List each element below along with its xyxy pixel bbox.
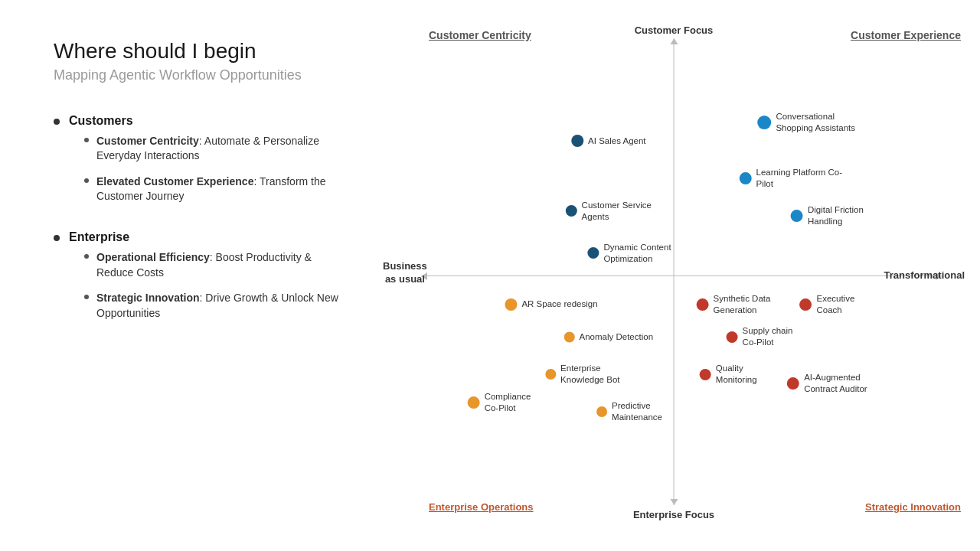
dot-icon bbox=[566, 205, 577, 217]
point-label: Learning Platform Co- Pilot bbox=[756, 167, 843, 190]
sub-item-bold: Elevated Customer Experience bbox=[96, 175, 253, 187]
list-item-customers: Customers Customer Centricity: Automate … bbox=[54, 114, 345, 215]
point-label: Digital Friction Handling bbox=[808, 204, 864, 227]
left-panel: Where should I begin Mapping Agentic Wor… bbox=[0, 0, 375, 551]
dot-icon bbox=[799, 298, 812, 311]
quadrant-customer-experience: Customer Experience bbox=[851, 29, 961, 41]
point-label: Dynamic Content Optimization bbox=[603, 242, 671, 265]
point-label: Executive Coach bbox=[816, 293, 854, 316]
point-label: Conversational Shopping Assistants bbox=[776, 111, 855, 134]
data-point-supply-chain: Supply chain Co-Pilot bbox=[727, 325, 793, 348]
sub-bullet-icon bbox=[84, 295, 89, 299]
data-point-digital-friction-handling: Digital Friction Handling bbox=[791, 204, 864, 227]
dot-icon bbox=[596, 406, 607, 417]
enterprise-label: Enterprise bbox=[69, 230, 345, 244]
data-point-ai-sales-agent: AI Sales Agent bbox=[571, 135, 645, 147]
dot-icon bbox=[727, 331, 738, 343]
sub-item-bold: Operational Efficiency bbox=[96, 251, 210, 263]
sub-item-operational-efficiency: Operational Efficiency: Boost Productivi… bbox=[84, 250, 345, 280]
bullet-icon bbox=[54, 235, 60, 241]
bullet-icon bbox=[54, 119, 60, 125]
data-point-ai-augmented: AI-Augmented Contract Auditor bbox=[787, 372, 867, 395]
dot-icon bbox=[700, 369, 711, 380]
vertical-axis bbox=[674, 38, 675, 505]
data-point-compliance-copilot: Compliance Co-Pilot bbox=[468, 391, 531, 414]
point-label: Quality Monitoring bbox=[716, 363, 757, 386]
dot-icon bbox=[468, 396, 480, 409]
content-list: Customers Customer Centricity: Automate … bbox=[54, 114, 345, 332]
dot-icon bbox=[564, 331, 575, 342]
point-label: Compliance Co-Pilot bbox=[485, 391, 531, 414]
data-point-dynamic-content: Dynamic Content Optimization bbox=[587, 242, 671, 265]
data-point-ar-space-redesign: AR Space redesign bbox=[505, 298, 597, 311]
horizontal-axis bbox=[421, 276, 942, 276]
point-label: Synthetic Data Generation bbox=[714, 293, 771, 316]
customer-focus-label: Customer Focus bbox=[635, 24, 714, 36]
chart-area: Customer Focus Enterprise Focus Business… bbox=[383, 15, 965, 536]
customers-label: Customers bbox=[69, 114, 345, 128]
enterprise-focus-label: Enterprise Focus bbox=[633, 509, 714, 520]
quadrant-enterprise-operations: Enterprise Operations bbox=[429, 501, 534, 513]
sub-item-customer-centricity: Customer Centricity: Automate & Personal… bbox=[84, 134, 345, 164]
sub-title: Mapping Agentic Workflow Opportunities bbox=[54, 67, 345, 83]
dot-icon bbox=[571, 135, 583, 147]
point-label: Customer Service Agents bbox=[582, 200, 652, 223]
dot-icon bbox=[587, 247, 599, 259]
dot-icon bbox=[740, 172, 752, 184]
dot-icon bbox=[505, 298, 517, 311]
point-label: Predictive Maintenance bbox=[612, 400, 662, 423]
point-label: AI Sales Agent bbox=[588, 135, 645, 147]
data-point-learning-platform: Learning Platform Co- Pilot bbox=[740, 167, 843, 190]
point-label: Enterprise Knowledge Bot bbox=[560, 363, 619, 386]
sub-item-bold: Customer Centricity bbox=[96, 135, 199, 147]
dot-icon bbox=[787, 377, 799, 390]
dot-icon bbox=[545, 369, 556, 380]
data-point-quality-monitoring: Quality Monitoring bbox=[700, 363, 757, 386]
point-label: Anomaly Detection bbox=[580, 331, 654, 343]
sub-item-strategic-innovation: Strategic Innovation: Drive Growth & Unl… bbox=[84, 291, 345, 321]
dot-icon bbox=[791, 210, 803, 222]
page-container: Where should I begin Mapping Agentic Wor… bbox=[0, 0, 980, 551]
quadrant-customer-centricity: Customer Centricity bbox=[429, 29, 531, 41]
point-label: AR Space redesign bbox=[521, 298, 597, 310]
dot-icon bbox=[757, 116, 771, 129]
sub-item-bold: Strategic Innovation bbox=[96, 292, 200, 304]
point-label: AI-Augmented Contract Auditor bbox=[804, 372, 867, 395]
data-point-customer-service-agents: Customer Service Agents bbox=[566, 200, 652, 223]
point-label: Supply chain Co-Pilot bbox=[743, 325, 793, 348]
data-point-executive-coach: Executive Coach bbox=[799, 293, 854, 316]
sub-bullet-icon bbox=[84, 138, 89, 142]
quadrant-strategic-innovation: Strategic Innovation bbox=[865, 501, 961, 513]
business-as-usual-label: Businessas usual bbox=[383, 260, 427, 286]
transformational-label: Transformational bbox=[884, 269, 965, 281]
dot-icon bbox=[697, 298, 709, 311]
data-point-anomaly-detection: Anomaly Detection bbox=[564, 331, 654, 343]
main-title: Where should I begin bbox=[54, 38, 345, 64]
sub-bullet-icon bbox=[84, 254, 89, 259]
data-point-enterprise-knowledge-bot: Enterprise Knowledge Bot bbox=[545, 363, 619, 386]
data-point-synthetic-data: Synthetic Data Generation bbox=[697, 293, 771, 316]
data-point-conversational-shopping: Conversational Shopping Assistants bbox=[757, 111, 855, 134]
data-point-predictive-maintenance: Predictive Maintenance bbox=[596, 400, 662, 423]
right-panel: Customer Focus Enterprise Focus Business… bbox=[375, 0, 980, 551]
sub-item-customer-experience: Elevated Customer Experience: Transform … bbox=[84, 174, 345, 204]
sub-bullet-icon bbox=[84, 178, 89, 183]
list-item-enterprise: Enterprise Operational Efficiency: Boost… bbox=[54, 230, 345, 331]
